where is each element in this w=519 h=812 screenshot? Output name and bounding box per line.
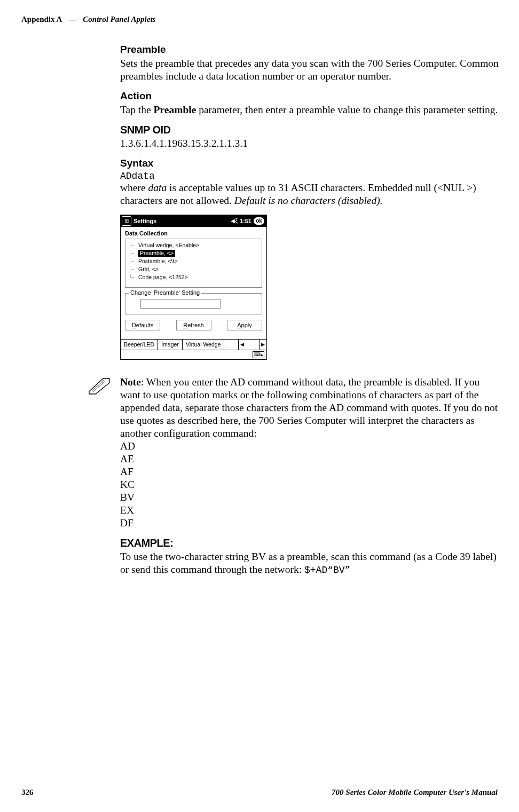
syntax-heading: Syntax [120,157,499,169]
apply-button[interactable]: Apply [227,320,262,330]
titlebar: ⊞ Settings ◀ξ 1:51 ok [121,215,266,227]
preamble-input[interactable] [140,299,221,309]
action-before: Tap the [120,104,154,115]
note-code: EX [120,504,134,516]
syntax-where: where data is acceptable values up to 31… [120,182,499,207]
note-code: AF [120,466,133,477]
clock-time: 1:51 [240,218,251,224]
syntax-where-before: where [120,182,148,193]
tree-item[interactable]: ┊····Postamble, <\t> [128,257,260,265]
refresh-button[interactable]: Refresh [176,320,211,330]
footer-title: 700 Series Color Mobile Computer User's … [332,788,498,797]
note-code: DF [120,517,133,529]
syntax-where-default: Default is no characters (disabled). [234,195,383,206]
snmp-heading: SNMP OID [120,124,499,136]
syntax-code: ADdata [120,171,499,182]
svg-line-0 [92,380,104,391]
keyboard-icon[interactable]: ⌨▴ [253,351,264,358]
note-label: Note [120,376,141,388]
change-setting-group: Change 'Preamble' Setting [125,293,262,314]
tab-scroll-right-icon[interactable]: ▶ [259,340,266,350]
action-heading: Action [120,90,499,102]
running-header: Appendix A — Control Panel Applets [21,15,498,24]
snmp-value: 1.3.6.1.4.1.1963.15.3.2.1.1.3.1 [120,137,499,150]
defaults-button[interactable]: Defaults [125,320,160,330]
running-footer: 326 700 Series Color Mobile Computer Use… [21,788,498,797]
tab-scroll-left-icon[interactable]: ◀ [238,340,246,350]
applet-title: Data Collection [121,227,266,238]
device-screenshot: ⊞ Settings ◀ξ 1:51 ok Data Collection ┊·… [120,215,267,360]
header-title: Control Panel Applets [83,15,155,24]
example-code: $+AD“BV” [304,565,350,576]
header-sep: — [68,15,76,24]
tree-item-selected[interactable]: ┊····Preamble, <> [128,249,260,257]
preamble-body: Sets the preamble that precedes any data… [120,57,499,83]
window-title: Settings [133,218,231,224]
note-code: AE [120,453,134,464]
tree-view[interactable]: ┊····Virtual wedge, <Enable> ┊····Preamb… [125,239,262,288]
preamble-heading: Preamble [120,44,499,56]
example-body: To use the two-character string BV as a … [120,550,499,576]
tab-virtual-wedge[interactable]: Virtual Wedge [183,340,225,350]
sip-bar: ⌨▴ [121,350,266,359]
start-icon[interactable]: ⊞ [122,216,131,226]
note-code: AD [120,440,135,452]
tab-strip: Beeper/LED Imager Virtual Wedge ◀ ▶ [121,339,266,350]
speaker-icon[interactable]: ◀ξ [231,218,237,224]
tree-item[interactable]: └····Code page, <1252> [128,273,260,281]
example-heading: EXAMPLE: [120,537,499,549]
tab-beeper-led[interactable]: Beeper/LED [121,340,158,350]
note-code: BV [120,492,135,503]
syntax-where-italic: data [148,182,167,193]
note-body: : When you enter the AD command without … [120,376,498,439]
note-icon [88,377,112,397]
note-code: KC [120,479,135,490]
action-body: Tap the Preamble parameter, then enter a… [120,104,499,116]
page-number: 326 [21,788,34,797]
tree-item[interactable]: ┊····Virtual wedge, <Enable> [128,241,260,249]
action-after: parameter, then enter a preamble value t… [196,104,498,115]
ok-button[interactable]: ok [254,217,264,225]
action-bold: Preamble [154,104,196,115]
tab-imager[interactable]: Imager [158,340,183,350]
group-legend: Change 'Preamble' Setting [129,289,201,296]
tree-item[interactable]: ┊····Grid, <> [128,265,260,273]
header-appendix: Appendix A [21,15,62,24]
